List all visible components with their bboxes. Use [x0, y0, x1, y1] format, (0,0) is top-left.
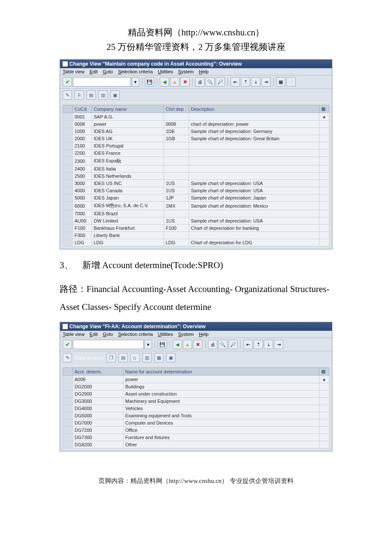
row-selector[interactable] — [63, 434, 73, 441]
menu-item[interactable]: Help — [199, 69, 209, 74]
table-cell[interactable]: 1JP — [164, 194, 189, 202]
table-cell[interactable]: IDES AG — [92, 128, 164, 135]
table-row[interactable]: 3000IDES US INC1USSample chart of deprec… — [63, 180, 329, 187]
prev-page-icon[interactable]: ⇡ — [254, 340, 263, 349]
table-cell[interactable]: DG5000 — [73, 412, 124, 419]
table-cell[interactable]: 3000 — [73, 180, 92, 187]
scrollbar[interactable] — [320, 165, 329, 173]
table-cell[interactable]: 1US — [164, 180, 189, 187]
help-icon[interactable]: ❔ — [286, 77, 296, 87]
table-row[interactable]: A008power▴ — [63, 376, 329, 383]
copy-icon[interactable]: ❐ — [107, 353, 116, 362]
menu-item[interactable]: Selection criteria — [118, 332, 153, 337]
row-selector[interactable] — [63, 225, 73, 232]
table-cell[interactable]: 5000 — [73, 194, 92, 202]
print-icon[interactable]: 🖨 — [208, 340, 217, 349]
find-icon[interactable]: 🔍 — [218, 340, 228, 349]
table-cell[interactable]: 1DE — [164, 128, 189, 135]
table-row[interactable]: DG5000Examining equipment and Tools — [63, 412, 329, 419]
table-row[interactable]: 0001SAP A.G.▴ — [63, 113, 329, 121]
column-header[interactable]: Name for account determination — [124, 368, 320, 376]
table-cell[interactable]: Other — [124, 441, 320, 448]
table-cell[interactable]: 0001 — [73, 113, 92, 121]
scrollbar[interactable] — [320, 232, 329, 239]
menu-item[interactable]: Edit — [89, 332, 98, 337]
menu-item[interactable]: Selection criteria — [118, 69, 153, 74]
scrollbar[interactable] — [320, 390, 329, 398]
row-selector[interactable] — [63, 194, 73, 202]
menu-item[interactable]: System — [178, 69, 194, 74]
next-page-icon[interactable]: ⇣ — [264, 340, 273, 349]
cancel-icon[interactable]: ✖ — [193, 340, 202, 349]
scrollbar[interactable] — [320, 210, 329, 217]
table-cell[interactable]: Examining equipment and Tools — [124, 412, 320, 419]
delete-icon[interactable]: ▤ — [118, 353, 128, 362]
change-icon[interactable]: ✎ — [63, 353, 72, 362]
deselect-icon[interactable]: ▣ — [110, 90, 120, 100]
command-field[interactable] — [73, 340, 144, 349]
table-row[interactable]: 2400IDES Italia — [63, 165, 329, 173]
exit-icon[interactable]: ▲ — [183, 340, 192, 349]
table-cell[interactable] — [164, 232, 189, 239]
prev-page-icon[interactable]: ⇡ — [241, 77, 250, 87]
command-dropdown-icon[interactable]: ▾ — [144, 340, 152, 349]
table-cell[interactable]: power — [124, 376, 320, 383]
exit-icon[interactable]: ▲ — [170, 77, 179, 87]
table-row[interactable]: DG7200Office — [63, 427, 329, 434]
enter-icon[interactable]: ✔ — [63, 77, 72, 87]
table-cell[interactable] — [189, 150, 320, 157]
scrollbar[interactable]: ▴ — [320, 376, 329, 383]
table-row[interactable]: 1000IDES AG1DESample chart of depreciati… — [63, 128, 329, 135]
new-session-icon[interactable]: ▦ — [276, 77, 285, 87]
table-row[interactable]: 7000IDES Brazil — [63, 210, 329, 217]
scrollbar[interactable] — [320, 121, 329, 128]
first-page-icon[interactable]: ⇤ — [231, 77, 240, 87]
row-selector[interactable] — [63, 390, 73, 398]
command-dropdown-icon[interactable]: ▾ — [132, 77, 139, 87]
table-row[interactable]: DG7000Computer and Devices — [63, 419, 329, 427]
table-cell[interactable]: 6000 — [73, 202, 92, 210]
table-cell[interactable]: Asset under construction — [124, 390, 320, 398]
table-cell[interactable] — [189, 157, 320, 165]
table-row[interactable]: 2300IDES Espa馻 — [63, 157, 329, 165]
table-cell[interactable]: 2100 — [73, 142, 92, 150]
find-icon[interactable]: 🔍 — [205, 77, 215, 87]
table-row[interactable]: DG2000Buildings — [63, 383, 329, 390]
row-selector[interactable] — [63, 405, 73, 412]
table-cell[interactable]: 1000 — [73, 128, 92, 135]
table-row[interactable]: 2200IDES France — [63, 150, 329, 157]
table-cell[interactable]: Vehicles — [124, 405, 320, 412]
table-cell[interactable]: Bankhaus Frankfurt — [92, 225, 164, 232]
row-selector[interactable] — [63, 180, 73, 187]
scrollbar[interactable] — [320, 180, 329, 187]
menu-item[interactable]: Table view — [63, 332, 84, 337]
scrollbar[interactable] — [320, 173, 329, 180]
table-row[interactable]: DG4000Vehicles — [63, 405, 329, 412]
table-cell[interactable]: 1MX — [164, 202, 189, 210]
scrollbar[interactable] — [320, 157, 329, 165]
menu-item[interactable]: Utilities — [158, 69, 173, 74]
table-cell[interactable]: Office — [124, 427, 320, 434]
scrollbar[interactable] — [320, 412, 329, 419]
column-header[interactable]: Description — [189, 105, 320, 113]
config-icon[interactable]: ▦ — [320, 105, 329, 113]
table-cell[interactable]: DG7000 — [73, 419, 124, 427]
last-page-icon[interactable]: ⇥ — [261, 77, 271, 87]
command-field[interactable] — [73, 77, 131, 87]
print-icon[interactable]: 🖨 — [195, 77, 205, 87]
menu-item[interactable]: Goto — [103, 69, 113, 74]
table-cell[interactable]: 2300 — [73, 157, 92, 165]
config-icon[interactable]: ▦ — [320, 368, 329, 376]
table-cell[interactable] — [189, 142, 320, 150]
table-cell[interactable] — [164, 157, 189, 165]
save-icon[interactable]: 💾 — [158, 340, 167, 349]
back-icon[interactable]: ◀ — [173, 340, 182, 349]
table-row[interactable]: F300Liberty Bank — [63, 232, 329, 239]
cancel-icon[interactable]: ✖ — [180, 77, 190, 87]
next-page-icon[interactable]: ⇣ — [251, 77, 260, 87]
table-row[interactable]: 2100IDES Portugal — [63, 142, 329, 150]
table-cell[interactable]: 2400 — [73, 165, 92, 173]
table-cell[interactable]: IDES Italia — [92, 165, 164, 173]
table-cell[interactable]: IDES Portugal — [92, 142, 164, 150]
row-selector[interactable] — [63, 135, 73, 142]
